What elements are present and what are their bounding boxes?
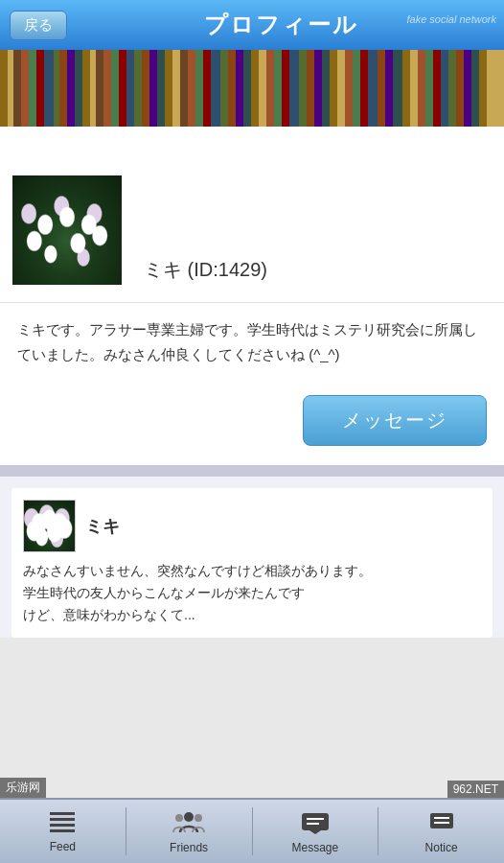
nav-item-feed[interactable]: Feed [0,800,126,863]
top-bar: 戻る プロフィール fake social network [0,0,504,50]
bio-text: ミキです。アラサー専業主婦です。学生時代はミステリ研究会に所属していました。みな… [17,317,487,366]
profile-header: ミキ (ID:1429) [0,127,504,302]
back-button[interactable]: 戻る [10,11,67,40]
message-icon [300,809,331,839]
profile-name: ミキ (ID:1429) [144,257,490,283]
feed-avatar [23,500,76,552]
feed-author-name: ミキ [85,515,120,538]
profile-name-area: ミキ (ID:1429) [144,257,490,288]
nav-item-message[interactable]: Message [253,800,378,863]
svg-rect-0 [50,812,75,815]
profile-avatar [10,173,125,288]
svg-rect-11 [430,813,453,828]
nav-label-notice: Notice [425,841,458,854]
svg-rect-7 [302,813,329,830]
svg-point-6 [195,814,202,822]
bottom-nav: Feed Friends Message [0,798,504,863]
message-button-wrap: メッセージ [0,385,504,465]
feed-section: ミキ みなさんすいません、突然なんですけど相談があります。学生時代の友人からこん… [0,477,504,638]
section-divider [0,465,504,477]
notice-icon [428,809,455,839]
bio-section: ミキです。アラサー専業主婦です。学生時代はミステリ研究会に所属していました。みな… [0,302,504,385]
svg-marker-8 [309,830,321,834]
cover-photo [0,50,504,127]
nav-label-message: Message [292,841,339,854]
nav-label-friends: Friends [170,841,208,854]
watermark-bottom-right: 962.NET [447,781,504,798]
feed-avatar-image [24,501,75,551]
svg-point-4 [184,812,194,822]
watermark-bottom-left: 乐游网 [0,778,46,798]
message-button[interactable]: メッセージ [303,395,487,446]
feed-item: ミキ みなさんすいません、突然なんですけど相談があります。学生時代の友人からこん… [11,488,493,638]
svg-rect-2 [50,824,75,827]
watermark-brand: fake social network [406,13,496,25]
profile-avatar-wrap [10,173,125,288]
nav-item-friends[interactable]: Friends [126,800,252,863]
svg-rect-3 [50,829,75,832]
nav-label-feed: Feed [50,840,76,853]
avatar-flower-image [12,175,122,285]
nav-item-notice[interactable]: Notice [378,800,504,863]
feed-icon [48,810,77,838]
profile-section: ミキ (ID:1429) ミキです。アラサー専業主婦です。学生時代はミステリ研究… [0,50,504,465]
svg-point-5 [175,814,183,822]
friends-icon [172,809,205,839]
feed-text: みなさんすいません、突然なんですけど相談があります。学生時代の友人からこんなメー… [23,560,481,626]
svg-rect-1 [50,818,75,821]
cover-books-bg [0,50,504,127]
feed-item-header: ミキ [23,500,481,552]
